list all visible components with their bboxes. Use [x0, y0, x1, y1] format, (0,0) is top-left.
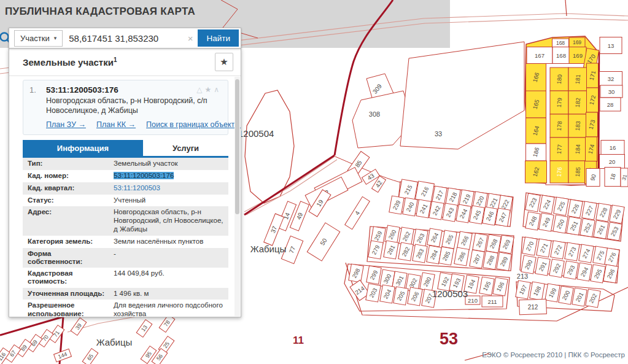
map-parcel-label: 16 [610, 144, 616, 151]
results-panel: Земельные участки1 ★ △★∧ 1. 53:11:120050… [9, 48, 241, 317]
map-parcel-label: 180 [556, 74, 563, 85]
info-row-label: Кад. квартал: [23, 182, 114, 195]
search-input[interactable] [63, 33, 183, 44]
map-parcel-label: 179 [556, 98, 563, 108]
result-item[interactable]: △★∧ 1. 53:11:1200503:176 Новгородская об… [23, 80, 228, 135]
map-parcel-label: 30 [608, 88, 615, 95]
info-row: Кад. квартал:53:11:1200503 [23, 182, 228, 195]
link-plan-kk[interactable]: План КК → [96, 120, 136, 129]
map-parcel-label: 168 [556, 40, 565, 46]
star-icon[interactable]: ★ [204, 85, 214, 94]
search-category-dropdown[interactable]: Участки ▾ [14, 30, 63, 47]
result-item-icons: △★∧ [196, 85, 222, 94]
info-row-value: 1 496 кв. м [114, 290, 149, 297]
link-search-in-bounds[interactable]: Поиск в границах объекта → [146, 120, 241, 129]
info-row-value: Учтенный [114, 196, 145, 204]
info-table: Тип:Земельный участокКад. номер:53:11:12… [23, 158, 228, 317]
page-title: ПУБЛИЧНАЯ КАДАСТРОВАЯ КАРТА [5, 6, 195, 18]
map-parcel-label: 211 [487, 298, 497, 305]
result-address: Новгородская область, р-н Новгородский, … [46, 96, 241, 115]
info-row: Форма собственности:- [23, 248, 228, 268]
map-label: Жабицы [250, 244, 287, 254]
info-row-label: Уточненная площадь: [23, 288, 114, 300]
tab-information[interactable]: Информация [23, 140, 143, 156]
info-row-label: Адрес: [23, 206, 114, 235]
info-row-value: Для ведения личного подсобного хозяйства [114, 301, 223, 317]
map-parcel-label: 20 [609, 158, 616, 165]
map-parcel-label: 169 [573, 52, 583, 59]
map-parcel-label: 183 [574, 121, 581, 131]
panel-scrollbar[interactable] [235, 77, 240, 316]
map-parcel-label: 181 [574, 74, 581, 85]
info-row-value: 144 049,84 руб. [114, 269, 165, 277]
map-label: Жабицы [96, 337, 133, 347]
result-index: 1. [29, 85, 46, 129]
map-label: ЕЭКО © Росреестр 2010 | ПКК © Росреестр [482, 351, 625, 358]
map-parcel-label: 182 [574, 98, 581, 108]
map-label: 33 [435, 130, 442, 137]
panel-scrollbar-thumb[interactable] [235, 79, 239, 214]
search-category-label: Участки [20, 34, 50, 43]
info-row: Кадастровая стоимость:144 049,84 руб. [23, 268, 228, 287]
results-title-text: Земельные участки [23, 57, 114, 68]
info-row-value: - [114, 250, 116, 257]
map-parcel-label: 28 [607, 101, 614, 108]
map-parcel-label: 210 [468, 297, 478, 304]
map-label: 53 [440, 330, 458, 348]
info-row: Разрешенное использование:Для ведения ли… [23, 300, 228, 317]
warning-icon[interactable]: △ [196, 85, 204, 94]
search-bar: Участки ▾ × Найти [9, 28, 241, 48]
info-row-label: Кадастровая стоимость: [23, 268, 114, 287]
map-parcel-label: 184 [574, 144, 581, 155]
map-parcel-label: 13 [608, 42, 614, 49]
map-parcel-label: 32 [608, 76, 614, 82]
info-row-label: Категория земель: [23, 236, 114, 248]
map-parcel-label: 167 [535, 52, 545, 59]
map-parcel-label: 176 [556, 167, 563, 177]
map-label: 1200504 [238, 128, 274, 139]
results-panel-title: Земельные участки1 [23, 56, 117, 68]
map-parcel-label: 169 [573, 39, 581, 45]
info-row-value: Новгородская область, р-н Новгородский, … [114, 208, 223, 233]
info-row-value[interactable]: 53:11:1200503 [114, 184, 160, 192]
link-plan-zu[interactable]: План ЗУ → [46, 120, 86, 129]
map-parcel-label: 168 [556, 52, 566, 59]
star-icon: ★ [220, 56, 228, 68]
info-row-label: Разрешенное использование: [23, 300, 114, 317]
map-label: 11 [293, 335, 304, 346]
info-row-label: Статус: [23, 195, 114, 207]
results-panel-header: Земельные участки1 ★ [9, 48, 241, 76]
info-row: Статус:Учтенный [23, 195, 228, 207]
map-parcel-label: 178 [556, 121, 563, 131]
map-label: 1200503 [432, 288, 468, 299]
info-row-value: 53:11:1200503:176 [114, 172, 174, 179]
detail-tabs: Информация Услуги [23, 140, 228, 158]
chevron-down-icon: ▾ [54, 35, 57, 41]
tab-services[interactable]: Услуги [143, 140, 228, 156]
map-parcel-label: 212 [528, 304, 538, 311]
map-line [599, 52, 599, 185]
info-row-label: Тип: [23, 158, 114, 170]
info-row-label: Кад. номер: [23, 170, 114, 182]
map-label: 308 [369, 110, 380, 118]
map-parcel-label: 185 [574, 167, 581, 177]
info-row: Адрес:Новгородская область, р-н Новгород… [23, 206, 228, 235]
results-count: 1 [114, 56, 117, 63]
info-row: Тип:Земельный участок [23, 158, 228, 170]
info-row-value: Земельный участок [114, 160, 178, 167]
info-row-value: Земли населённых пунктов [114, 238, 203, 245]
info-row-label: Форма собственности: [23, 248, 114, 268]
info-row: Уточненная площадь:1 496 кв. м [23, 288, 228, 300]
collapse-icon[interactable]: ∧ [214, 85, 222, 94]
map-label: 213 [517, 273, 528, 280]
results-list: △★∧ 1. 53:11:1200503:176 Новгородская об… [9, 76, 241, 317]
map-boundary [400, 42, 524, 149]
clear-search-icon[interactable]: × [183, 33, 198, 44]
info-row: Кад. номер:53:11:1200503:176 [23, 170, 228, 182]
map-parcel-label: 177 [556, 144, 563, 155]
info-row: Категория земель:Земли населённых пункто… [23, 236, 228, 248]
favorites-button[interactable]: ★ [215, 53, 233, 71]
find-button[interactable]: Найти [198, 29, 239, 47]
